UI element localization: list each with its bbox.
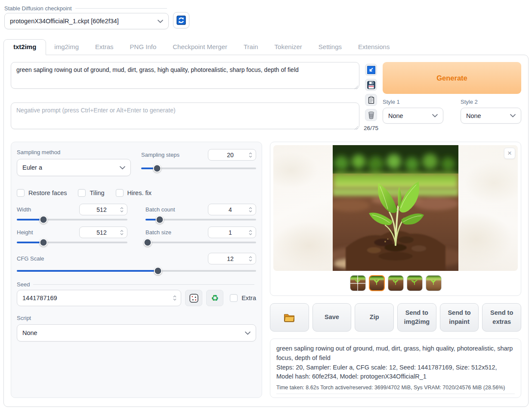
seed-label-text: Seed [17, 281, 30, 288]
sampling-steps-label: Sampling steps [141, 152, 179, 158]
stepper-down-icon[interactable] [249, 259, 252, 261]
chevron-down-icon [120, 166, 125, 170]
checkpoint-value: protogenX34OfficialR_1.ckpt [60fe2f34] [10, 18, 119, 25]
stepper-down-icon[interactable] [120, 233, 124, 235]
height-slider[interactable] [17, 242, 127, 243]
stepper-down-icon[interactable] [249, 233, 252, 235]
prompt-input[interactable]: green sapling rowing out of ground, mud,… [11, 62, 359, 89]
stepper-down-icon[interactable] [173, 298, 176, 301]
style1-value: None [388, 112, 403, 119]
tab-txt2img[interactable]: txt2img [3, 39, 46, 55]
style2-value: None [466, 112, 481, 119]
sampling-method-select[interactable]: Euler a [17, 159, 131, 176]
slider-thumb[interactable] [39, 216, 47, 224]
batch-count-input[interactable]: 4 [208, 204, 256, 215]
stepper-arrows[interactable] [249, 152, 252, 158]
checkbox-box[interactable] [17, 189, 25, 197]
generation-params-panel: Sampling method Euler a Sampling steps 2… [11, 142, 262, 398]
send-to-img2img-button[interactable]: Send to img2img [397, 303, 436, 332]
paste-generation-params-button[interactable] [365, 64, 377, 76]
clipboard-icon [367, 96, 375, 104]
seed-input[interactable]: 1441787169 [17, 290, 181, 306]
slider-thumb[interactable] [153, 165, 161, 173]
chevron-down-icon [510, 114, 516, 118]
sampling-steps-slider[interactable] [141, 168, 256, 169]
tab-png-info[interactable]: PNG Info [122, 40, 165, 55]
slider-thumb[interactable] [156, 216, 164, 224]
slider-thumb[interactable] [39, 239, 47, 247]
stepper-up-icon[interactable] [249, 256, 252, 258]
stepper-up-icon[interactable] [249, 152, 252, 155]
generated-image-preview[interactable] [333, 145, 458, 271]
sampling-steps-value: 20 [212, 152, 249, 158]
hires-fix-checkbox[interactable]: Hires. fix [116, 189, 152, 197]
tab-train[interactable]: Train [235, 40, 266, 55]
tab-settings[interactable]: Settings [310, 40, 350, 55]
thumbnail[interactable] [388, 275, 404, 291]
width-input[interactable]: 512 [79, 204, 127, 215]
cfg-scale-input[interactable]: 12 [208, 253, 256, 264]
save-button[interactable]: Save [312, 303, 352, 332]
sprig-icon [392, 279, 399, 286]
close-preview-button[interactable]: × [504, 148, 515, 159]
tab-extras[interactable]: Extras [87, 40, 122, 55]
style1-select[interactable]: None [383, 108, 443, 124]
negative-prompt-input[interactable] [11, 102, 359, 129]
send-to-inpaint-button[interactable]: Send to inpaint [440, 303, 479, 332]
checkbox-box[interactable] [230, 294, 238, 302]
script-select[interactable]: None [17, 324, 256, 341]
stepper-up-icon[interactable] [120, 230, 124, 232]
sampling-method-group: Sampling method Euler a [17, 149, 131, 176]
slider-thumb[interactable] [144, 239, 152, 247]
random-seed-button[interactable] [185, 290, 202, 306]
tab-img2img[interactable]: img2img [46, 40, 87, 55]
thumbnail-grid[interactable] [350, 275, 366, 291]
stepper-up-icon[interactable] [120, 207, 124, 209]
stepper-up-icon[interactable] [249, 230, 252, 232]
zip-button[interactable]: Zip [355, 303, 394, 332]
thumbnail-selected[interactable] [369, 275, 385, 291]
apply-style-button[interactable] [365, 94, 377, 106]
refresh-checkpoint-button[interactable] [173, 12, 189, 28]
checkpoint-label: Stable Diffusion checkpoint [4, 5, 169, 12]
style2-select[interactable]: None [461, 108, 521, 124]
sampling-steps-input[interactable]: 20 [208, 149, 256, 161]
reuse-seed-button[interactable]: ♻ [206, 290, 223, 306]
restore-faces-checkbox[interactable]: Restore faces [17, 189, 67, 197]
checkbox-box[interactable] [78, 189, 86, 197]
stepper-down-icon[interactable] [249, 210, 252, 212]
thumbnail[interactable] [426, 275, 442, 291]
slider-thumb[interactable] [154, 267, 162, 275]
prompt-row: green sapling rowing out of ground, mud,… [11, 62, 521, 131]
height-input[interactable]: 512 [79, 227, 127, 238]
checkpoint-select[interactable]: protogenX34OfficialR_1.ckpt [60fe2f34] [4, 13, 169, 29]
stepper-up-icon[interactable] [173, 295, 176, 298]
stepper-up-icon[interactable] [249, 207, 252, 209]
save-style-button[interactable] [365, 79, 377, 91]
sampling-method-value: Euler a [22, 164, 42, 171]
width-slider[interactable] [17, 219, 127, 220]
stepper-down-icon[interactable] [120, 210, 124, 212]
stepper-down-icon[interactable] [249, 155, 252, 158]
tab-checkpoint-merger[interactable]: Checkpoint Merger [164, 40, 235, 55]
clear-prompt-button[interactable] [365, 109, 377, 121]
cfg-scale-slider[interactable] [17, 270, 256, 272]
send-to-extras-button[interactable]: Send to extras [482, 303, 521, 332]
checkbox-box[interactable] [116, 189, 124, 197]
sampling-row: Sampling method Euler a Sampling steps 2… [17, 149, 256, 176]
extra-seed-checkbox[interactable]: Extra [230, 294, 256, 302]
dimensions-column: Width 512 Height [17, 204, 127, 243]
open-folder-button[interactable] [270, 303, 309, 332]
thumbnail[interactable] [407, 275, 423, 291]
width-label: Width [17, 206, 31, 213]
checkpoint-row: Stable Diffusion checkpoint protogenX34O… [4, 5, 529, 29]
batch-size-slider[interactable] [145, 242, 256, 243]
info-params-text: Steps: 20, Sampler: Euler a, CFG scale: … [276, 363, 515, 382]
generate-button[interactable]: Generate [383, 62, 521, 94]
tab-extensions[interactable]: Extensions [350, 40, 398, 55]
batch-count-slider[interactable] [145, 219, 256, 220]
tiling-checkbox[interactable]: Tiling [78, 189, 104, 197]
dice-icon [189, 294, 198, 303]
batch-size-input[interactable]: 1 [208, 227, 256, 238]
tab-tokenizer[interactable]: Tokenizer [266, 40, 310, 55]
